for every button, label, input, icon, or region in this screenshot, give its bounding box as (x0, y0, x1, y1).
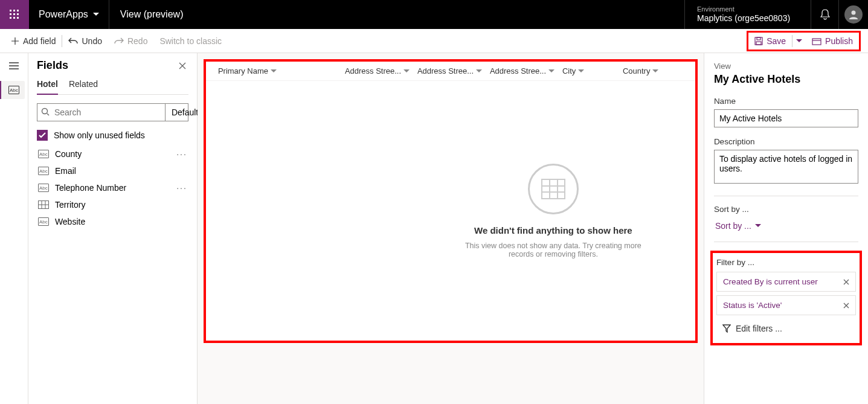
hamburger-button[interactable] (3, 57, 25, 75)
empty-title: We didn't find anything to show here (474, 225, 632, 236)
sortby-dropdown[interactable]: Sort by ... (714, 219, 858, 233)
field-type-icon (38, 200, 49, 209)
tab-hotel[interactable]: Hotel (37, 79, 58, 95)
field-type-icon: Abc (38, 150, 49, 158)
name-input[interactable] (714, 109, 858, 127)
tab-related[interactable]: Related (69, 79, 98, 94)
remove-filter-button[interactable] (843, 303, 849, 309)
chevron-down-icon (476, 69, 482, 73)
profile-button[interactable] (839, 5, 868, 24)
field-item-label: Telephone Number (55, 183, 126, 193)
filter-row-label: Status is 'Active' (723, 301, 782, 310)
waffle-icon (10, 10, 19, 19)
switch-classic-button[interactable]: Switch to classic (153, 29, 228, 53)
field-item[interactable]: AbcEmail (37, 162, 188, 179)
environment-picker[interactable]: Environment Maplytics (orge5ee0803) (684, 0, 811, 29)
column-header[interactable]: Address Stree... (345, 66, 417, 75)
environment-label: Environment (697, 5, 799, 13)
close-panel-button[interactable] (176, 60, 188, 72)
field-item[interactable]: AbcWebsite (37, 213, 188, 230)
filter-row[interactable]: Created By is current user (716, 272, 856, 292)
fields-panel: Fields Hotel Related Default (28, 53, 198, 404)
search-icon (41, 107, 50, 116)
redo-button[interactable]: Redo (108, 29, 153, 53)
svg-rect-5 (17, 13, 19, 15)
close-icon (843, 279, 849, 285)
field-item-label: Territory (55, 200, 86, 210)
svg-rect-12 (756, 42, 761, 45)
main-area: Abc Fields Hotel Related Default (0, 53, 868, 404)
chevron-down-icon (271, 69, 277, 73)
column-header[interactable]: Primary Name (218, 66, 345, 75)
checkbox-checked-icon (37, 130, 48, 141)
app-launcher-button[interactable] (0, 0, 29, 29)
undo-label: Undo (82, 36, 101, 46)
column-header-label: Primary Name (218, 66, 268, 75)
more-icon[interactable]: ··· (176, 149, 187, 159)
column-header[interactable]: Country (623, 66, 683, 75)
grid-empty-state: We didn't find anything to show here Thi… (206, 81, 695, 341)
svg-rect-8 (17, 17, 19, 19)
column-header[interactable]: City (562, 66, 623, 75)
description-input[interactable]: To display active hotels of logged in us… (714, 150, 858, 184)
add-field-button[interactable]: Add field (5, 29, 62, 53)
properties-panel: View My Active Hotels Name Description T… (704, 53, 868, 404)
more-icon[interactable]: ··· (176, 183, 187, 193)
bell-icon (820, 9, 830, 20)
topbar: PowerApps View (preview) Environment Map… (0, 0, 868, 29)
svg-rect-1 (13, 10, 15, 11)
field-sort-label: Default (172, 107, 198, 117)
edit-filters-label: Edit filters ... (736, 324, 782, 333)
redo-label: Redo (127, 36, 147, 46)
column-header-label: Country (623, 66, 651, 75)
chevron-down-icon (548, 69, 555, 73)
app-name-dropdown[interactable]: PowerApps (29, 0, 109, 29)
page-title: View (preview) (109, 0, 194, 29)
column-header-label: Address Stree... (417, 66, 474, 75)
svg-point-9 (852, 11, 856, 15)
save-label: Save (767, 36, 786, 46)
hamburger-icon (9, 62, 19, 69)
filter-section-highlight: Filter by ... Created By is current user… (710, 251, 862, 345)
save-dropdown-button[interactable] (792, 33, 806, 50)
field-item[interactable]: AbcTelephone Number··· (37, 179, 188, 196)
save-button[interactable]: Save (748, 33, 792, 50)
name-label: Name (714, 97, 858, 106)
field-item[interactable]: AbcCounty··· (37, 146, 188, 162)
plus-icon (11, 37, 19, 45)
chevron-down-icon (755, 224, 761, 228)
undo-icon (68, 37, 78, 45)
undo-button[interactable]: Undo (62, 29, 108, 53)
environment-name: Maplytics (orge5ee0803) (697, 13, 799, 24)
edit-filters-button[interactable]: Edit filters ... (716, 319, 856, 338)
chevron-down-icon (93, 13, 99, 16)
show-unused-checkbox[interactable]: Show only unused fields (37, 130, 188, 141)
close-icon (843, 303, 849, 309)
view-grid: Primary NameAddress Stree...Address Stre… (204, 59, 698, 343)
filterby-section-label: Filter by ... (716, 258, 856, 267)
canvas: Primary NameAddress Stree...Address Stre… (198, 53, 704, 404)
notifications-button[interactable] (811, 0, 839, 29)
field-item-label: Website (55, 217, 85, 226)
close-icon (179, 62, 186, 69)
text-field-icon: Abc (8, 86, 19, 94)
switch-classic-label: Switch to classic (159, 36, 222, 46)
show-unused-label: Show only unused fields (54, 130, 145, 140)
remove-filter-button[interactable] (843, 279, 849, 285)
publish-label: Publish (825, 36, 853, 46)
fields-panel-title: Fields (37, 59, 68, 72)
column-header[interactable]: Address Stree... (490, 66, 562, 75)
fields-rail-button[interactable]: Abc (0, 81, 25, 99)
grid-header-row: Primary NameAddress Stree...Address Stre… (206, 62, 695, 81)
field-search-input[interactable] (37, 104, 165, 121)
filter-row-label: Created By is current user (723, 277, 818, 286)
publish-button[interactable]: Publish (806, 33, 859, 50)
column-header-label: City (562, 66, 576, 75)
avatar-icon (844, 5, 863, 24)
field-item[interactable]: Territory (37, 196, 188, 213)
column-header[interactable]: Address Stree... (417, 66, 490, 75)
svg-point-14 (42, 109, 47, 114)
filter-row[interactable]: Status is 'Active' (716, 295, 856, 315)
app-name-label: PowerApps (39, 9, 88, 20)
empty-subtitle: This view does not show any data. Try cr… (463, 242, 644, 258)
